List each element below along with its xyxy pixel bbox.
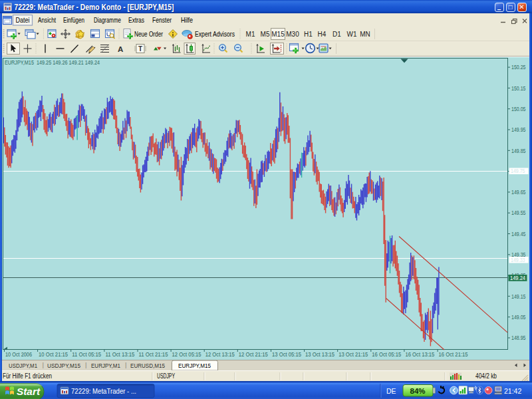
svg-text:M15: M15 xyxy=(271,31,285,38)
svg-text:149.55: 149.55 xyxy=(511,209,526,216)
svg-text:12 Oct 13:15: 12 Oct 13:15 xyxy=(205,351,235,358)
svg-text:Fenster: Fenster xyxy=(152,16,172,24)
svg-text:84%: 84% xyxy=(410,387,425,395)
svg-text:Ansicht: Ansicht xyxy=(38,16,56,24)
svg-text:149.05: 149.05 xyxy=(511,314,526,321)
svg-text:DE: DE xyxy=(386,387,396,395)
svg-text:W1: W1 xyxy=(347,31,357,38)
svg-text:149.85: 149.85 xyxy=(511,148,526,154)
svg-text:149.24: 149.24 xyxy=(510,275,525,281)
svg-text:EURJPY,M1: EURJPY,M1 xyxy=(91,362,120,369)
svg-text:|: | xyxy=(85,361,86,368)
svg-text:10 Oct 2006: 10 Oct 2006 xyxy=(5,351,32,358)
svg-text:|: | xyxy=(125,361,126,368)
svg-text:|: | xyxy=(43,361,44,368)
svg-text:Extras: Extras xyxy=(128,16,144,24)
svg-text:13 Oct 21:15: 13 Oct 21:15 xyxy=(338,351,368,358)
svg-text:12 Oct 21:15: 12 Oct 21:15 xyxy=(239,351,268,358)
svg-text:Datei: Datei xyxy=(16,16,30,24)
svg-text:MN: MN xyxy=(360,31,370,38)
svg-text:16 Oct 21:15: 16 Oct 21:15 xyxy=(439,351,468,358)
svg-text:Einfügen: Einfügen xyxy=(63,16,84,24)
svg-text:Expert Advisors: Expert Advisors xyxy=(195,30,235,38)
svg-text:11 Oct 05:15: 11 Oct 05:15 xyxy=(72,351,101,358)
svg-text:11 Oct 13:15: 11 Oct 13:15 xyxy=(105,351,134,358)
svg-text:72229: MetaTrader - ...: 72229: MetaTrader - ... xyxy=(71,388,136,395)
svg-text:13 Oct 05:15: 13 Oct 05:15 xyxy=(272,351,301,358)
svg-text:72229: MetaTrader - Demo Konto: 72229: MetaTrader - Demo Konto - [EURJPY… xyxy=(15,3,174,12)
svg-text:13 Oct 13:15: 13 Oct 13:15 xyxy=(305,351,334,358)
svg-text:150.25: 150.25 xyxy=(511,64,526,70)
svg-text:M30: M30 xyxy=(286,31,299,38)
svg-text:10 Oct 21:15: 10 Oct 21:15 xyxy=(39,351,68,358)
svg-text:149.45: 149.45 xyxy=(511,231,526,237)
svg-text:T: T xyxy=(138,45,142,53)
svg-text:USDJPY,M1: USDJPY,M1 xyxy=(9,362,37,369)
svg-text:H4: H4 xyxy=(318,31,327,38)
svg-text:11 Oct 21:15: 11 Oct 21:15 xyxy=(139,351,168,358)
svg-text:149.15: 149.15 xyxy=(511,293,526,300)
svg-text:150.05: 150.05 xyxy=(511,106,526,112)
svg-text:16 Oct 13:15: 16 Oct 13:15 xyxy=(405,351,434,358)
svg-text:M1: M1 xyxy=(246,31,255,38)
svg-text:148.95: 148.95 xyxy=(511,334,526,341)
svg-text:149.95: 149.95 xyxy=(511,126,526,133)
svg-text:149.75: 149.75 xyxy=(511,168,525,174)
svg-text:150.15: 150.15 xyxy=(511,85,526,92)
svg-text:D1: D1 xyxy=(332,31,341,38)
svg-text:Neue Order: Neue Order xyxy=(134,30,163,38)
svg-text:USDJPY: USDJPY xyxy=(157,372,175,380)
svg-text:A: A xyxy=(118,45,123,53)
svg-text:EURUSD,M15: EURUSD,M15 xyxy=(130,362,165,369)
svg-text:21:42: 21:42 xyxy=(504,387,521,395)
svg-text:149.33: 149.33 xyxy=(511,257,525,263)
svg-text:404/2 kb: 404/2 kb xyxy=(475,372,497,380)
svg-text:EURJPY,M15 149.25 149.26 149.: EURJPY,M15 149.25 149.26 149.21 149.24 xyxy=(5,59,100,66)
svg-text:M5: M5 xyxy=(261,31,270,38)
svg-text:Hilfe: Hilfe xyxy=(181,16,193,24)
svg-text:H1: H1 xyxy=(304,31,313,38)
svg-text:149.65: 149.65 xyxy=(511,189,526,196)
svg-text:16 Oct 05:15: 16 Oct 05:15 xyxy=(372,351,401,358)
svg-text:Für Hilfe F1 drücken: Für Hilfe F1 drücken xyxy=(3,372,52,380)
svg-text:Start: Start xyxy=(17,386,41,397)
svg-text:EURJPY,M15: EURJPY,M15 xyxy=(178,362,211,369)
svg-text:12 Oct 05:15: 12 Oct 05:15 xyxy=(172,351,201,358)
svg-text:Diagramme: Diagramme xyxy=(94,16,121,24)
svg-text:USDJPY,M15: USDJPY,M15 xyxy=(47,362,80,369)
